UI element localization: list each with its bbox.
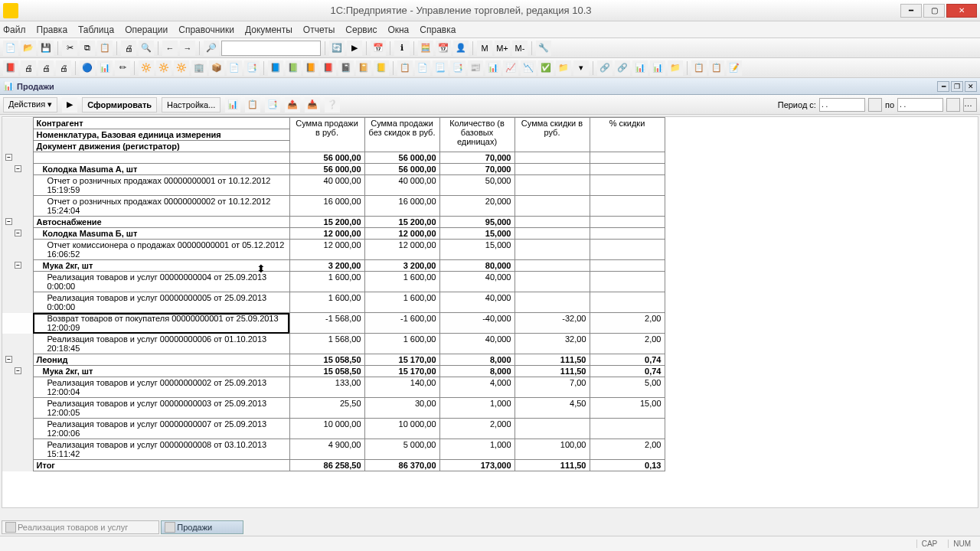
new-icon[interactable]: 📄 [3, 41, 18, 56]
expand-icon[interactable]: − [15, 367, 21, 374]
forward-icon[interactable]: → [180, 41, 195, 56]
cell[interactable]: 7,00 [514, 377, 590, 398]
cell[interactable]: 111,50 [514, 460, 590, 471]
menu-edit[interactable]: Правка [37, 24, 68, 35]
tb2-icon[interactable]: 📦 [209, 60, 224, 76]
expand-icon[interactable]: − [5, 356, 12, 363]
tb2-icon[interactable]: 📘 [268, 60, 283, 76]
cell[interactable]: 10 000,00 [364, 419, 439, 439]
tb2-icon[interactable]: 📊 [97, 60, 113, 76]
menu-table[interactable]: Таблица [78, 24, 114, 35]
form-button[interactable]: Сформировать [82, 97, 157, 112]
cell[interactable] [590, 164, 665, 175]
tb2-icon[interactable]: 🖨 [21, 60, 36, 76]
tb2-icon[interactable]: 🖨 [38, 60, 54, 76]
cell[interactable] [590, 272, 665, 292]
actions-button[interactable]: Действия ▾ [3, 97, 57, 112]
date-to-input[interactable] [897, 98, 943, 112]
cell[interactable]: 15,000 [439, 240, 514, 260]
calendar-icon[interactable] [868, 98, 882, 112]
tb2-icon[interactable]: 📔 [356, 60, 371, 76]
header-discount-pct[interactable]: % скидки [590, 118, 665, 152]
calendar-icon[interactable]: 📅 [371, 41, 386, 56]
header-discount-sum[interactable]: Сумма скидки в руб. [514, 118, 590, 152]
help-icon[interactable]: ❔ [325, 97, 340, 112]
tb2-icon[interactable]: 🔆 [139, 60, 154, 76]
cell[interactable]: -32,00 [514, 313, 590, 334]
tb2-icon[interactable]: 📄 [227, 60, 242, 76]
cell[interactable]: 40,000 [439, 292, 514, 313]
cell[interactable] [590, 152, 665, 164]
tools-icon[interactable]: 🔧 [536, 41, 551, 56]
m-plus-button[interactable]: M+ [495, 41, 510, 56]
table-row[interactable]: −Мука 2кг, шт15 058,5015 170,008,000111,… [2, 366, 665, 377]
cell[interactable] [514, 196, 590, 217]
tb2-icon[interactable]: ✅ [538, 60, 554, 76]
cell[interactable]: 95,000 [439, 217, 514, 228]
cell[interactable]: 86 258,50 [289, 460, 364, 471]
row-label[interactable]: Реализация товаров и услуг 00000000008 о… [33, 439, 289, 460]
save-icon[interactable]: 💾 [38, 41, 54, 56]
cell[interactable]: 12 000,00 [289, 240, 364, 260]
expand-icon[interactable]: − [5, 218, 12, 225]
tb2-icon[interactable]: 🔆 [156, 60, 172, 76]
menu-documents[interactable]: Документы [245, 24, 292, 35]
cell[interactable]: 25,50 [289, 398, 364, 419]
expand-icon[interactable]: − [15, 230, 21, 236]
cell[interactable]: 2,00 [590, 334, 665, 354]
refresh-icon[interactable]: 🔄 [329, 41, 345, 56]
cell[interactable]: 16 000,00 [364, 196, 439, 217]
cell[interactable]: 0,74 [590, 354, 665, 366]
cell[interactable]: 40 000,00 [364, 175, 439, 196]
tb2-icon[interactable]: ▾ [573, 60, 589, 76]
ab-icon[interactable]: 📥 [305, 97, 320, 112]
table-row[interactable]: Реализация товаров и услуг 00000000006 о… [2, 334, 665, 354]
tab-restore-icon[interactable]: ❐ [951, 81, 963, 92]
tb2-icon[interactable]: 📙 [303, 60, 318, 76]
cell[interactable] [514, 228, 590, 240]
cell[interactable]: 15 170,00 [364, 354, 439, 366]
row-label[interactable]: Возврат товаров от покупателя 0000000000… [33, 313, 289, 334]
header-nomenclature[interactable]: Номенклатура, Базовая единица измерения [33, 129, 289, 141]
cell[interactable]: 56 000,00 [289, 164, 364, 175]
cell[interactable]: 2,00 [590, 439, 665, 460]
tb2-icon[interactable]: 📄 [415, 60, 430, 76]
bottom-tab-sales[interactable]: Продажи [161, 520, 243, 534]
cell[interactable]: -40,000 [439, 313, 514, 334]
cell[interactable] [590, 292, 665, 313]
cell[interactable]: 86 370,00 [364, 460, 439, 471]
date-from-input[interactable] [819, 98, 865, 112]
expand-icon[interactable]: − [15, 262, 21, 269]
table-row[interactable]: Реализация товаров и услуг 00000000008 о… [2, 439, 665, 460]
tb2-icon[interactable]: 📊 [485, 60, 501, 76]
cell[interactable]: 70,000 [439, 152, 514, 164]
cell[interactable]: 0,13 [590, 460, 665, 471]
search-icon[interactable]: 🔎 [204, 41, 219, 56]
cell[interactable]: 15 058,50 [289, 354, 364, 366]
tb2-icon[interactable]: ✏ [115, 60, 130, 76]
cell[interactable]: -1 600,00 [364, 313, 439, 334]
period-more-icon[interactable]: … [963, 98, 977, 112]
cell[interactable] [590, 217, 665, 228]
menu-catalogs[interactable]: Справочники [178, 24, 234, 35]
cell[interactable]: 30,00 [364, 398, 439, 419]
m-button[interactable]: M [477, 41, 492, 56]
cell[interactable]: 1 600,00 [289, 272, 364, 292]
table-row[interactable]: Итог86 258,5086 370,00173,000111,500,13 [2, 460, 665, 471]
tb2-icon[interactable]: 🔗 [615, 60, 630, 76]
cell[interactable]: 32,00 [514, 334, 590, 354]
run-icon[interactable]: ▶ [62, 97, 77, 112]
row-label[interactable]: Итог [33, 460, 289, 471]
cell[interactable]: 5,00 [590, 377, 665, 398]
table-row[interactable]: −Колодка Masuma Б, шт12 000,0012 000,001… [2, 228, 665, 240]
tb2-icon[interactable]: 🖨 [56, 60, 71, 76]
cell[interactable]: 50,000 [439, 175, 514, 196]
cell[interactable]: 5 000,00 [364, 439, 439, 460]
tb2-icon[interactable]: 🏢 [191, 60, 207, 76]
cell[interactable] [514, 272, 590, 292]
tb2-icon[interactable]: 📓 [338, 60, 354, 76]
row-label[interactable]: Колодка Masuma А, шт [33, 164, 289, 175]
cell[interactable] [590, 196, 665, 217]
tb2-icon[interactable]: 🔆 [174, 60, 189, 76]
row-label[interactable]: Реализация товаров и услуг 00000000002 о… [33, 377, 289, 398]
